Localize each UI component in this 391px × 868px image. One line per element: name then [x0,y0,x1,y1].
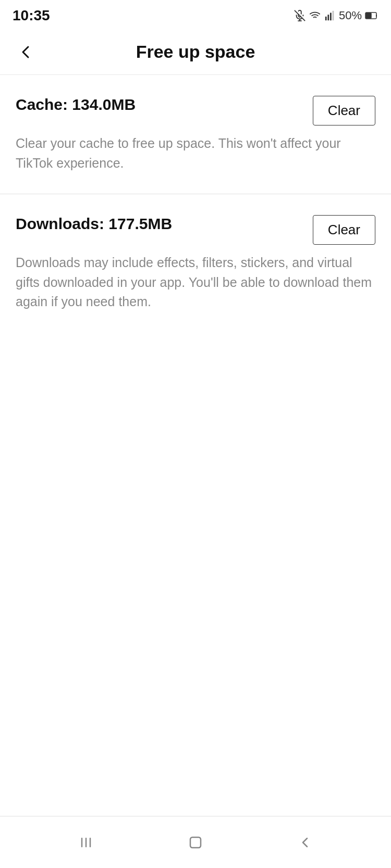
svg-rect-5 [327,15,329,20]
svg-rect-9 [366,13,371,18]
top-nav: Free up space [0,29,391,75]
system-back-icon [296,833,314,852]
back-arrow-icon [17,43,35,61]
svg-rect-7 [333,11,334,20]
battery-icon [365,10,378,21]
home-nav-button[interactable] [180,827,211,858]
clear-downloads-button[interactable]: Clear [313,215,375,245]
cache-description: Clear your cache to free up space. This … [16,134,375,173]
recents-icon [77,833,95,852]
svg-rect-4 [325,17,327,20]
home-icon [186,833,205,852]
clear-cache-button[interactable]: Clear [313,96,375,125]
cache-section: Cache: 134.0MB Clear Clear your cache to… [0,75,391,194]
recents-nav-button[interactable] [70,827,102,858]
back-button[interactable] [13,39,40,66]
system-back-button[interactable] [289,827,321,858]
wifi-icon [309,10,321,21]
downloads-title: Downloads: 177.5MB [16,215,313,233]
status-time: 10:35 [13,7,50,24]
downloads-row: Downloads: 177.5MB Clear [16,215,375,245]
mute-icon [294,10,306,21]
content: Cache: 134.0MB Clear Clear your cache to… [0,75,391,816]
svg-rect-13 [190,837,201,848]
battery-text: 50% [339,9,362,22]
bottom-nav [0,816,391,868]
status-bar: 10:35 50% [0,0,391,29]
signal-icon [324,10,336,21]
svg-rect-6 [330,13,332,21]
page-title: Free up space [136,42,255,62]
downloads-section: Downloads: 177.5MB Clear Downloads may i… [0,194,391,333]
cache-row: Cache: 134.0MB Clear [16,96,375,125]
cache-title: Cache: 134.0MB [16,96,313,114]
status-icons: 50% [294,9,378,22]
downloads-description: Downloads may include effects, filters, … [16,253,375,312]
